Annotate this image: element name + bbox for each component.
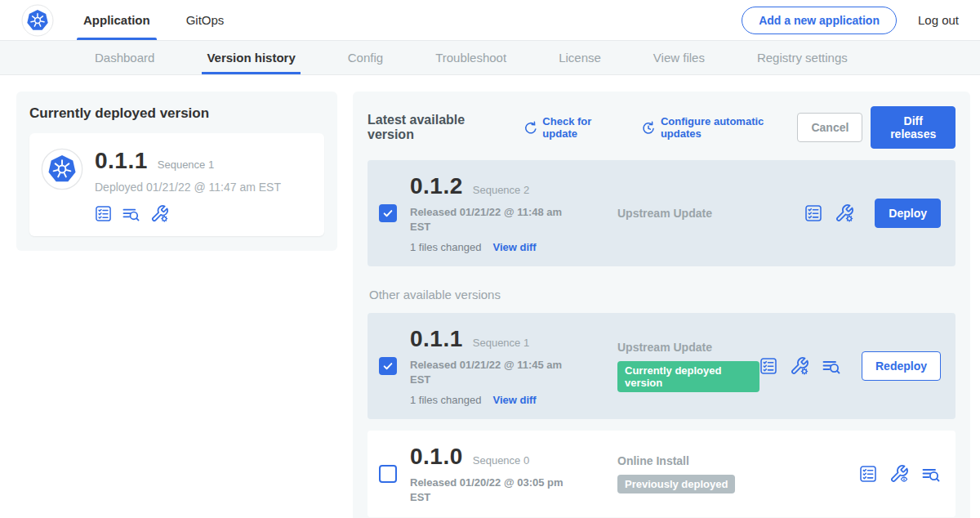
preflight-icon[interactable] [921,465,941,483]
configure-automatic-updates-link[interactable]: Configure automatic updates [641,115,797,140]
release-notes-icon[interactable] [760,357,777,375]
top-nav-tabs: Application GitOps [83,0,224,40]
tab-troubleshoot[interactable]: Troubleshoot [435,41,506,74]
release-notes-icon[interactable] [95,205,112,222]
diff-releases-button[interactable]: Diff releases [871,106,956,149]
view-diff-link[interactable]: View diff [492,394,536,406]
tab-dashboard[interactable]: Dashboard [95,41,154,74]
tab-application[interactable]: Application [83,0,150,40]
latest-available-title: Latest available version [368,113,506,142]
currently-deployed-badge: Currently deployed version [617,361,760,392]
tab-config[interactable]: Config [348,41,383,74]
preflight-icon[interactable] [122,205,140,222]
release-notes-icon[interactable] [859,465,877,483]
deployed-version-number: 0.1.1 [95,148,148,174]
other-available-versions-label: Other available versions [369,288,956,301]
version-row: 0.1.2 Sequence 2 Released 01/21/22 @ 11:… [368,160,956,266]
released-timestamp: Released 01/20/22 @ 03:05 pm EST [410,476,570,504]
preflight-icon[interactable] [822,357,841,375]
cancel-button[interactable]: Cancel [797,113,862,142]
tab-gitops[interactable]: GitOps [186,0,225,40]
tab-view-files[interactable]: View files [653,41,705,74]
check-for-update-label: Check for update [542,115,623,140]
version-source: Online Install [617,454,859,467]
deployed-timestamp: Deployed 01/21/22 @ 11:47 am EST [95,181,281,194]
files-changed-label: 1 files changed [410,394,481,406]
edit-config-icon[interactable] [790,356,809,376]
released-timestamp: Released 01/21/22 @ 11:48 am EST [410,205,570,234]
version-sequence: Sequence 1 [473,337,529,349]
version-number: 0.1.0 [410,444,463,470]
refresh-icon [523,120,537,135]
kubernetes-logo [20,2,56,38]
version-number: 0.1.1 [410,326,463,352]
deploy-button[interactable]: Deploy [875,199,941,228]
version-row: 0.1.1 Sequence 1 Released 01/21/22 @ 11:… [368,313,956,419]
schedule-update-icon [641,120,655,135]
app-icon [41,148,83,223]
checkmark-icon [381,359,394,373]
version-checkbox[interactable] [379,465,397,483]
add-new-application-button[interactable]: Add a new application [742,7,897,34]
app-sub-nav: Dashboard Version history Config Trouble… [0,41,980,75]
main-content: Currently deployed version 0.1.1 Sequenc… [0,75,980,518]
version-source: Upstream Update [617,207,804,220]
view-config-icon[interactable] [889,464,909,484]
deployed-version-card: 0.1.1 Sequence 1 Deployed 01/21/22 @ 11:… [29,133,324,236]
version-checkbox[interactable] [379,204,397,222]
previously-deployed-badge: Previously deployed [617,475,735,493]
tab-version-history[interactable]: Version history [207,41,295,74]
version-number: 0.1.2 [410,173,463,199]
logout-link[interactable]: Log out [918,13,959,27]
released-timestamp: Released 01/21/22 @ 11:45 am EST [410,358,570,386]
version-row: 0.1.0 Sequence 0 Released 01/20/22 @ 03:… [368,431,956,517]
configure-automatic-updates-label: Configure automatic updates [661,115,798,140]
view-diff-link[interactable]: View diff [492,241,536,253]
check-for-update-link[interactable]: Check for update [523,115,624,140]
deployed-sequence: Sequence 1 [158,159,214,171]
tab-license[interactable]: License [559,41,601,74]
currently-deployed-panel: Currently deployed version 0.1.1 Sequenc… [16,92,337,251]
edit-config-icon[interactable] [150,204,169,223]
top-nav: Application GitOps Add a new application… [0,0,980,41]
version-checkbox[interactable] [379,357,397,375]
release-notes-icon[interactable] [804,204,822,222]
version-sequence: Sequence 2 [473,184,529,196]
files-changed-label: 1 files changed [410,241,481,253]
tab-registry-settings[interactable]: Registry settings [757,41,848,74]
version-source: Upstream Update [617,341,760,354]
redeploy-button[interactable]: Redeploy [862,351,941,381]
currently-deployed-title: Currently deployed version [29,105,324,122]
checkmark-icon [381,207,394,220]
edit-config-icon[interactable] [835,203,854,223]
version-history-panel: Latest available version Check for updat… [353,92,970,518]
version-sequence: Sequence 0 [473,454,529,467]
